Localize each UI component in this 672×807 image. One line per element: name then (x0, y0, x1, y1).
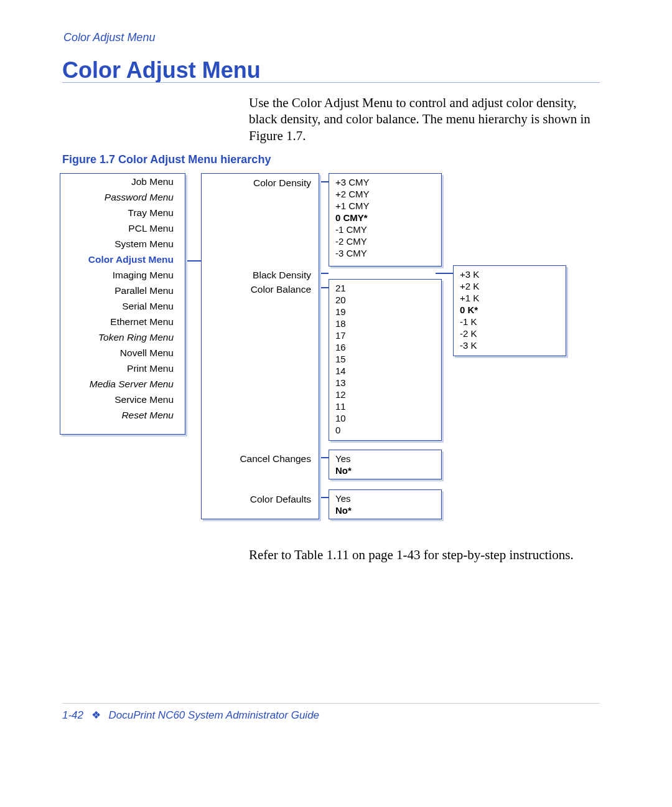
cmy-option: -3 CMY (335, 247, 441, 259)
balance-option: 10 (335, 412, 441, 424)
top-menu-item: Print Menu (60, 361, 185, 376)
k-option: -3 K (460, 339, 566, 351)
connector (319, 457, 329, 458)
connector (184, 260, 201, 262)
intro-paragraph: Use the Color Adjust Menu to control and… (249, 95, 597, 144)
cmy-option: +2 CMY (335, 188, 441, 200)
k-option: 0 K* (460, 304, 566, 316)
connector (436, 273, 453, 274)
balance-option: 11 (335, 400, 441, 412)
k-option: -2 K (460, 328, 566, 339)
color-adjust-submenu-box: Color Density Black Density Color Balanc… (201, 173, 319, 519)
top-menu-item: Color Adjust Menu (60, 252, 185, 267)
cmy-options-box: +3 CMY+2 CMY+1 CMY0 CMY*-1 CMY-2 CMY-3 C… (329, 173, 442, 267)
top-menu-item: Imaging Menu (60, 267, 185, 283)
submenu-item: Black Density (202, 268, 319, 282)
page-footer: 1-42 ❖ DocuPrint NC60 System Administrat… (62, 709, 319, 722)
top-menu-item: Ethernet Menu (60, 314, 185, 329)
k-option: +2 K (460, 280, 566, 292)
top-menu-item: Parallel Menu (60, 283, 185, 298)
balance-option: 14 (335, 365, 441, 377)
page-title: Color Adjust Menu (62, 57, 261, 83)
balance-option: 20 (335, 294, 441, 306)
top-menu-item: Job Menu (60, 174, 185, 189)
footer-diamond-icon: ❖ (91, 709, 101, 722)
balance-option: 12 (335, 389, 441, 400)
cmy-option: +1 CMY (335, 200, 441, 212)
top-menu-item: Tray Menu (60, 205, 185, 220)
balance-option: 19 (335, 306, 441, 318)
balance-option: 13 (335, 377, 441, 389)
top-menu-item: Reset Menu (60, 407, 185, 423)
footer-rule (62, 703, 600, 704)
connector (319, 181, 329, 182)
running-header: Color Adjust Menu (63, 31, 155, 44)
connector (319, 273, 329, 274)
submenu-item: Color Density (202, 176, 319, 190)
balance-option: 0 (335, 424, 441, 436)
top-menu-item: System Menu (60, 236, 185, 252)
title-underline (62, 82, 600, 83)
page-number: 1-42 (62, 709, 83, 721)
color-balance-options-box: 2120191817161514131211100 (329, 279, 442, 441)
k-option: +3 K (460, 268, 566, 280)
k-option: +1 K (460, 292, 566, 304)
submenu-item: Color Balance (202, 282, 319, 296)
top-level-menu-box: Job MenuPassword MenuTray MenuPCL MenuSy… (60, 173, 185, 435)
yesno-option: Yes (335, 453, 441, 465)
top-menu-item: PCL Menu (60, 220, 185, 236)
top-menu-item: Serial Menu (60, 298, 185, 314)
top-menu-item: Token Ring Menu (60, 329, 185, 345)
figure-caption: Figure 1.7 Color Adjust Menu hierarchy (62, 153, 271, 166)
top-menu-item: Novell Menu (60, 345, 185, 361)
balance-option: 21 (335, 282, 441, 294)
footer-doc-title: DocuPrint NC60 System Administrator Guid… (109, 709, 320, 721)
top-menu-item: Media Server Menu (60, 376, 185, 392)
balance-option: 18 (335, 318, 441, 329)
outro-paragraph: Refer to Table 1.11 on page 1-43 for ste… (249, 547, 597, 563)
color-defaults-options-box: YesNo* (329, 489, 442, 519)
cmy-option: -1 CMY (335, 224, 441, 235)
connector (319, 287, 329, 288)
yesno-option: Yes (335, 493, 441, 504)
balance-option: 15 (335, 353, 441, 365)
cmy-option: +3 CMY (335, 176, 441, 188)
submenu-item: Color Defaults (202, 492, 319, 506)
yesno-option: No* (335, 465, 441, 476)
yesno-option: No* (335, 504, 441, 516)
balance-option: 17 (335, 329, 441, 341)
cmy-option: -2 CMY (335, 235, 441, 247)
k-option: -1 K (460, 316, 566, 328)
cmy-option: 0 CMY* (335, 212, 441, 224)
connector (319, 497, 329, 498)
hierarchy-diagram: Job MenuPassword MenuTray MenuPCL MenuSy… (60, 173, 576, 534)
top-menu-item: Password Menu (60, 189, 185, 205)
submenu-item: Cancel Changes (202, 451, 319, 466)
top-menu-item: Service Menu (60, 392, 185, 407)
balance-option: 16 (335, 341, 441, 353)
cancel-changes-options-box: YesNo* (329, 450, 442, 479)
k-options-box: +3 K+2 K+1 K0 K*-1 K-2 K-3 K (453, 265, 566, 356)
